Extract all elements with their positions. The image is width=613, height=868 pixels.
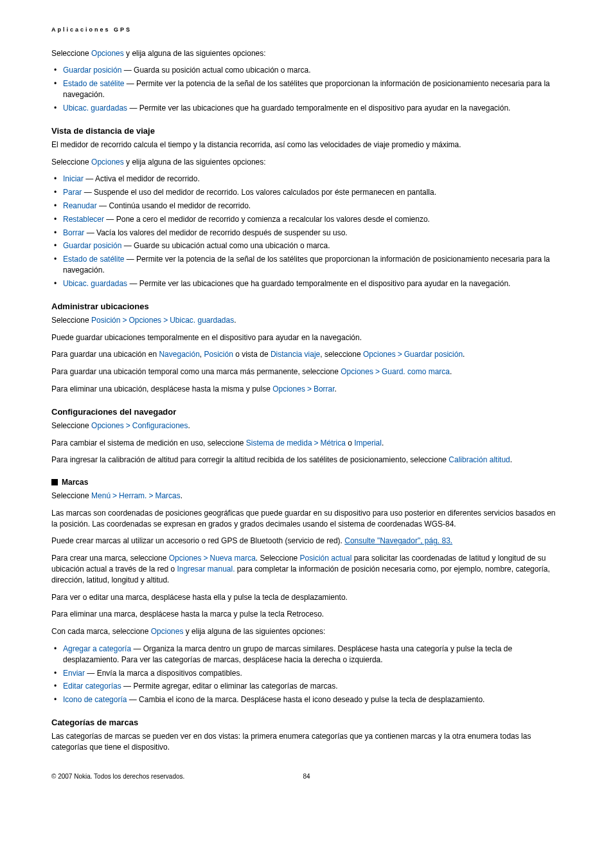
term: Agregar a categoría — [63, 644, 131, 653]
text: y elija alguna de las siguientes opcione… — [124, 49, 266, 58]
text: Seleccione — [51, 158, 91, 167]
text: — Vacía los valores del medidor de recor… — [84, 228, 347, 237]
text: Seleccione — [51, 421, 91, 430]
term-opciones: Opciones — [91, 421, 124, 430]
text: o vista de — [233, 350, 271, 359]
list-item: Reanudar — Continúa usando el medidor de… — [63, 201, 562, 212]
marcas-p2: Las marcas son coordenadas de posiciones… — [51, 508, 562, 530]
text: . Seleccione — [256, 554, 300, 563]
term-opciones: Opciones — [341, 367, 373, 376]
list-item: Guardar posición — Guarda su posición ac… — [63, 65, 562, 76]
chevron-icon: > — [126, 421, 130, 430]
text: y elija alguna de las siguientes opcione… — [124, 158, 266, 167]
marcas-p4: Para crear una marca, seleccione Opcione… — [51, 553, 562, 585]
term: Borrar — [63, 228, 84, 237]
chevron-icon: > — [163, 316, 168, 325]
term: Estado de satélite — [63, 255, 124, 264]
admin-p5: Para eliminar una ubicación, desplácese … — [51, 384, 562, 395]
term: Editar categorías — [63, 682, 121, 691]
term: Ubicac. guardadas — [63, 104, 127, 113]
term: Reanudar — [63, 201, 97, 210]
link-navegador[interactable]: Consulte "Navegador", pág. 83. — [344, 536, 452, 545]
term-opciones: Opciones — [169, 554, 202, 563]
term-opciones: Opciones — [363, 350, 396, 359]
term-opciones: Opciones — [129, 316, 161, 325]
text: — Permite ver la potencia de la señal de… — [63, 79, 550, 99]
term-opciones: Opciones — [91, 158, 124, 167]
list-item: Ubicac. guardadas — Permite ver las ubic… — [63, 278, 562, 289]
term: Enviar — [63, 669, 85, 678]
term-posicion: Posición — [91, 316, 120, 325]
term: Ubicac. guardadas — [63, 279, 127, 288]
marcas-p6: Para eliminar una marca, desplácese hast… — [51, 609, 562, 620]
breadcrumb: Aplicaciones GPS — [51, 26, 562, 34]
chevron-icon: > — [375, 367, 380, 376]
term: Icono de categoría — [63, 695, 127, 704]
term-configuraciones: Configuraciones — [132, 421, 188, 430]
term-menu: Menú — [91, 491, 111, 500]
config-p2: Para cambiar el sistema de medición en u… — [51, 438, 562, 449]
text: o — [346, 439, 354, 448]
list-item: Agregar a categoría — Organiza la marca … — [63, 644, 562, 665]
list-item: Borrar — Vacía los valores del medidor d… — [63, 228, 562, 239]
square-icon — [51, 479, 58, 485]
term-herram: Herram. — [119, 491, 147, 500]
term-ubicac: Ubicac. guardadas — [170, 316, 234, 325]
term-metrica: Métrica — [321, 439, 346, 448]
text: Para eliminar una ubicación, desplácese … — [51, 384, 272, 393]
list-item: Parar — Suspende el uso del medidor de r… — [63, 187, 562, 198]
chevron-icon: > — [314, 439, 319, 448]
intro-list: Guardar posición — Guarda su posición ac… — [51, 65, 562, 113]
list-item: Estado de satélite — Permite ver la pote… — [63, 254, 562, 276]
heading-categorias: Categorías de marcas — [51, 717, 562, 728]
admin-p4: Para guardar una ubicación temporal como… — [51, 366, 562, 377]
admin-p2: Puede guardar ubicaciones temporalmente … — [51, 332, 562, 343]
term-nueva-marca: Nueva marca — [209, 554, 255, 563]
heading-config: Configuraciones del navegador — [51, 406, 562, 418]
term-opciones: Opciones — [91, 49, 124, 58]
footer-copyright: © 2007 Nokia. Todos los derechos reserva… — [51, 772, 287, 781]
text: — Permite ver las ubicaciones que ha gua… — [127, 104, 510, 113]
chevron-icon: > — [398, 350, 402, 359]
term-sistema-medida: Sistema de medida — [246, 439, 312, 448]
text: — Permite agregar, editar o eliminar las… — [121, 682, 338, 691]
text: — Envía la marca a dispositivos compatib… — [85, 669, 242, 678]
chevron-icon: > — [307, 384, 312, 393]
text: — Activa el medidor de recorrido. — [84, 174, 200, 183]
term: Restablecer — [63, 215, 104, 224]
intro-select: Seleccione Opciones y elija alguna de la… — [51, 48, 562, 59]
heading-marcas: Marcas — [51, 477, 562, 488]
marcas-list: Agregar a categoría — Organiza la marca … — [51, 644, 562, 705]
text: — Pone a cero el medidor de recorrido y … — [104, 215, 430, 224]
marcas-p7: Con cada marca, seleccione Opciones y el… — [51, 626, 562, 637]
term: Iniciar — [63, 174, 84, 183]
list-item: Enviar — Envía la marca a dispositivos c… — [63, 668, 562, 679]
text: Seleccione — [51, 316, 91, 325]
text: Seleccione — [51, 491, 91, 500]
config-select: Seleccione Opciones>Configuraciones. — [51, 420, 562, 431]
admin-select: Seleccione Posición>Opciones>Ubicac. gua… — [51, 315, 562, 326]
marcas-p3: Puede crear marcas al utilizar un acceso… — [51, 536, 562, 547]
text: — Guarda su posición actual como ubicaci… — [121, 66, 310, 75]
categorias-p1: Las categorías de marcas se pueden ver e… — [51, 731, 562, 753]
text: — Permite ver las ubicaciones que ha gua… — [127, 279, 510, 288]
term: Parar — [63, 188, 82, 197]
text: Para crear una marca, seleccione — [51, 554, 169, 563]
term-marcas: Marcas — [155, 491, 180, 500]
term-calibracion-altitud: Calibración altitud — [449, 455, 510, 464]
vista-list: Iniciar — Activa el medidor de recorrido… — [51, 174, 562, 289]
heading-marcas-label: Marcas — [62, 478, 88, 487]
term: Estado de satélite — [63, 79, 124, 88]
marcas-select: Seleccione Menú>Herram.>Marcas. — [51, 491, 562, 502]
text: y elija alguna de las siguientes opcione… — [183, 627, 325, 636]
term-opciones: Opciones — [151, 627, 184, 636]
term: Guardar posición — [63, 66, 121, 75]
term-imperial: Imperial — [354, 439, 382, 448]
text: Con cada marca, seleccione — [51, 627, 151, 636]
text: — Suspende el uso del medidor de recorri… — [82, 188, 436, 197]
text: Para cambiar el sistema de medición en u… — [51, 439, 246, 448]
text: — Continúa usando el medidor de recorrid… — [97, 201, 251, 210]
text: — Permite ver la potencia de la señal de… — [63, 255, 550, 275]
term-guardar-posicion: Guardar posición — [404, 350, 463, 359]
text: — Guarde su ubicación actual como una ub… — [121, 241, 330, 250]
